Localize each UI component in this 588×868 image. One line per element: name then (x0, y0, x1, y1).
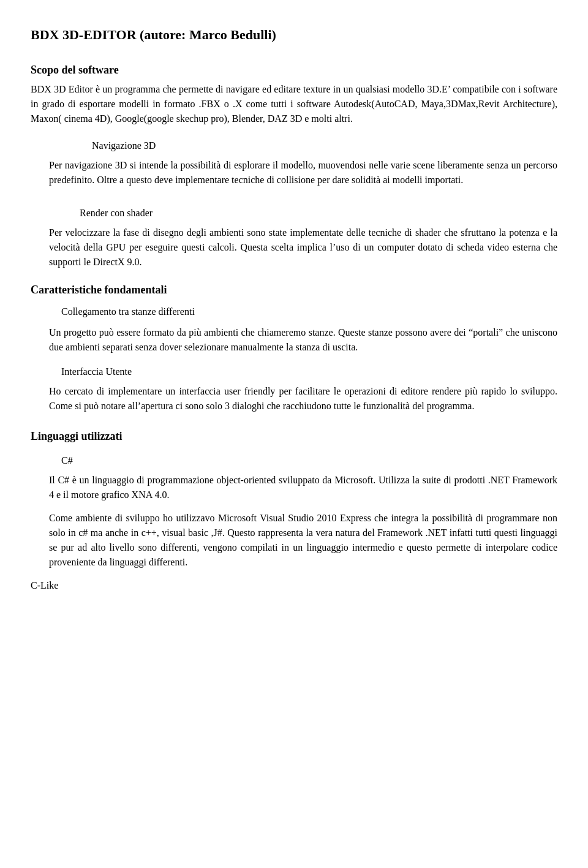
interfaccia-heading: Interfaccia Utente (61, 364, 557, 379)
collegamento-section: Collegamento tra stanze differenti Un pr… (31, 304, 557, 355)
page-title: BDX 3D-EDITOR (autore: Marco Bedulli) (31, 25, 557, 45)
csharp-para1: Il C# è un linguaggio di programmazione … (49, 473, 557, 502)
render-heading: Render con shader (80, 206, 557, 221)
render-paragraph: Per velocizzare la fase di disegno degli… (49, 225, 557, 270)
collegamento-heading: Collegamento tra stanze differenti (61, 304, 557, 319)
linguaggi-heading: Linguaggi utilizzati (31, 428, 557, 445)
nav3d-section: Navigazione 3D Per navigazione 3D si int… (31, 138, 557, 187)
csharp-heading: C# (61, 453, 557, 468)
clike-section: C-Like (31, 578, 557, 593)
interfaccia-paragraph: Ho cercato di implementare un interfacci… (49, 384, 557, 413)
nav3d-paragraph: Per navigazione 3D si intende la possibi… (49, 158, 557, 187)
collegamento-paragraph: Un progetto può essere formato da più am… (49, 325, 557, 355)
paragraph-scopo: BDX 3D Editor è un programma che permett… (31, 82, 557, 126)
clike-heading: C-Like (31, 578, 557, 593)
scopo-heading: Scopo del software (31, 62, 557, 78)
nav3d-heading: Navigazione 3D (92, 138, 557, 153)
csharp-section: C# Il C# è un linguaggio di programmazio… (31, 453, 557, 570)
caratteristiche-heading: Caratteristiche fondamentali (31, 282, 557, 298)
interfaccia-section: Interfaccia Utente Ho cercato di impleme… (31, 364, 557, 413)
csharp-para2: Come ambiente di sviluppo ho utilizzavo … (49, 511, 557, 570)
render-section: Render con shader Per velocizzare la fas… (31, 206, 557, 270)
